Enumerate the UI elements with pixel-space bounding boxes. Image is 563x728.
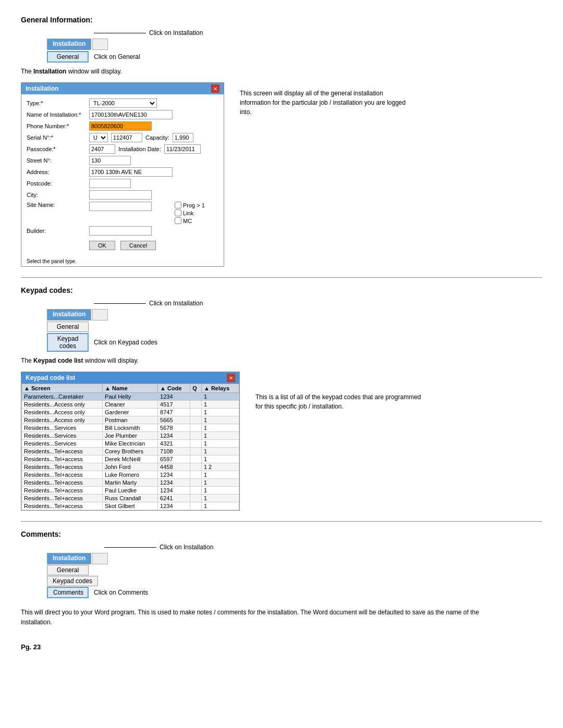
keypad-dialog-titlebar: Keypad code list ✕ bbox=[21, 372, 239, 384]
nav-tab-cm-installation[interactable]: Installation bbox=[47, 553, 91, 564]
table-row: Residents...Tel+accessRuss Crandall62411 bbox=[22, 495, 239, 502]
nav-tab-cm-general[interactable]: General bbox=[47, 565, 89, 575]
keypad-bold: Keypad code list bbox=[33, 357, 83, 364]
table-row: Residents...Access onlyPostman56651 bbox=[22, 416, 239, 424]
cb-prog-label: Prog > 1 bbox=[183, 202, 205, 208]
nav-tab-cm-keypad[interactable]: Keypad codes bbox=[47, 576, 98, 586]
cb-link[interactable] bbox=[175, 209, 181, 216]
keypad-table: ▲ Screen ▲ Name ▲ Code Q ▲ Relays Parame… bbox=[21, 384, 239, 510]
input-phone[interactable] bbox=[89, 121, 152, 131]
input-address[interactable] bbox=[89, 167, 173, 177]
input-serial-country[interactable]: US bbox=[89, 133, 108, 142]
nav-tab-kp-general[interactable]: General bbox=[47, 322, 89, 332]
dialog-body: Type:* TL-2000 Name of Installation:* Ph… bbox=[21, 94, 224, 258]
input-street[interactable] bbox=[89, 156, 131, 165]
label-postcode: Postcode: bbox=[27, 180, 89, 187]
input-type[interactable]: TL-2000 bbox=[89, 98, 157, 108]
table-row: Residents...Tel+accessPaul Luedke12341 bbox=[22, 487, 239, 495]
keypad-codes-title: Keypad codes: bbox=[21, 286, 542, 294]
label-builder: Builder: bbox=[27, 228, 89, 234]
keypad-side-text: This is a list of all of the keypad code… bbox=[255, 372, 422, 411]
dialog-titlebar: Installation ✕ bbox=[21, 83, 224, 94]
form-row-passcode: Passcode:* Installation Date: bbox=[27, 144, 218, 154]
table-row: Residents...Tel+accessJohn Ford44581 2 bbox=[22, 463, 239, 471]
nav-tab-kp-keypad[interactable]: Keypad codes bbox=[47, 333, 89, 352]
table-row: Residents...ServicesJoe Plumber12341 bbox=[22, 432, 239, 440]
input-site[interactable] bbox=[89, 202, 152, 211]
col-screen: ▲ Screen bbox=[22, 384, 103, 393]
cb-mc[interactable] bbox=[175, 217, 181, 224]
btn-ok[interactable]: OK bbox=[89, 241, 115, 250]
input-serial[interactable] bbox=[111, 133, 142, 142]
cb-prog[interactable] bbox=[175, 202, 181, 208]
table-row: Parameters...CaretakerPaul Helty12341 bbox=[22, 393, 239, 401]
annotation-text-cm: Click on Comments bbox=[94, 589, 148, 596]
label-street: Street N°: bbox=[27, 157, 89, 164]
nav-tab-kp-installation[interactable]: Installation bbox=[47, 309, 91, 320]
table-row: Residents...Tel+accessSkot Gilbert12341 bbox=[22, 502, 239, 510]
form-row-serial: Serial N°:* US Capacity: bbox=[27, 133, 218, 142]
table-row: Residents...Access onlyGardener87471 bbox=[22, 409, 239, 416]
passcode-inline: Installation Date: bbox=[89, 144, 218, 154]
form-row-postcode: Postcode: bbox=[27, 179, 218, 188]
input-install-date[interactable] bbox=[164, 144, 201, 154]
annotation-text-install1: Click on Installation bbox=[149, 29, 203, 36]
keypad-close-button[interactable]: ✕ bbox=[227, 374, 235, 382]
general-left: The Installation window will display. In… bbox=[21, 68, 224, 267]
form-row-type: Type:* TL-2000 bbox=[27, 98, 218, 108]
annotation-text-kp: Click on Keypad codes bbox=[94, 339, 157, 346]
comments-bottom-text: This will direct you to your Word progra… bbox=[21, 608, 490, 627]
keypad-list-dialog: Keypad code list ✕ ▲ Screen ▲ Name ▲ Cod… bbox=[21, 372, 240, 511]
btn-cancel[interactable]: Cancel bbox=[120, 241, 156, 250]
input-builder[interactable] bbox=[89, 226, 152, 236]
table-row: Residents...ServicesBill Locksmith56781 bbox=[22, 424, 239, 432]
cb-mc-label: MC bbox=[183, 218, 192, 224]
label-phone: Phone Number:* bbox=[27, 123, 89, 129]
form-row-site: Site Name: Prog > 1 Link bbox=[27, 202, 218, 224]
form-row-phone: Phone Number:* bbox=[27, 121, 218, 131]
annotation-text-kp-install: Click on Installation bbox=[149, 300, 203, 307]
keypad-table-wrapper[interactable]: ▲ Screen ▲ Name ▲ Code Q ▲ Relays Parame… bbox=[21, 384, 239, 510]
input-passcode[interactable] bbox=[89, 144, 115, 154]
label-serial: Serial N°:* bbox=[27, 134, 89, 141]
table-row: Residents...Access onlyCleaner45171 bbox=[22, 401, 239, 409]
col-code: ▲ Code bbox=[158, 384, 190, 393]
nav-tab-general[interactable]: General bbox=[47, 51, 89, 63]
divider-2 bbox=[21, 521, 542, 522]
comments-title: Comments: bbox=[21, 530, 542, 538]
general-intro-text: The Installation window will display. bbox=[21, 68, 224, 75]
annotation-text-general: Click on General bbox=[94, 53, 140, 60]
keypad-header-row: ▲ Screen ▲ Name ▲ Code Q ▲ Relays bbox=[22, 384, 239, 393]
annotation-line1 bbox=[94, 33, 146, 33]
table-row: Residents...Tel+accessLuke Romero12341 bbox=[22, 471, 239, 479]
input-capacity[interactable] bbox=[173, 133, 193, 142]
table-row: Residents...Tel+accessDerek McNeill65971 bbox=[22, 455, 239, 463]
checkbox-link: Link bbox=[175, 209, 205, 216]
nav-tab-installation[interactable]: Installation bbox=[47, 39, 91, 50]
annotation-line-kp1 bbox=[94, 303, 146, 304]
input-postcode[interactable] bbox=[89, 179, 131, 188]
table-row: Residents...Tel+accessCorey Brothers7108… bbox=[22, 448, 239, 455]
label-address: Address: bbox=[27, 169, 89, 175]
col-relays: ▲ Relays bbox=[201, 384, 239, 393]
keypad-left: Keypad code list ✕ ▲ Screen ▲ Name ▲ Cod… bbox=[21, 372, 240, 511]
keypad-dialog-title: Keypad code list bbox=[26, 374, 75, 381]
label-site: Site Name: bbox=[27, 202, 89, 208]
installation-dialog: Installation ✕ Type:* TL-2000 Name of In… bbox=[21, 82, 224, 267]
form-row-city: City: bbox=[27, 190, 218, 200]
col-q: Q bbox=[190, 384, 202, 393]
label-passcode: Passcode:* bbox=[27, 146, 89, 152]
keypad-table-body: Parameters...CaretakerPaul Helty12341Res… bbox=[22, 393, 239, 510]
dialog-title: Installation bbox=[26, 85, 58, 92]
annotation-text-cm-install: Click on Installation bbox=[160, 544, 213, 551]
checkbox-prog: Prog > 1 bbox=[175, 202, 205, 208]
input-name[interactable] bbox=[89, 110, 173, 119]
label-inst-date: Installation Date: bbox=[118, 146, 161, 152]
label-capacity: Capacity: bbox=[145, 134, 169, 141]
nav-tab-cm-comments[interactable]: Comments bbox=[47, 587, 89, 598]
checkbox-group: Prog > 1 Link MC bbox=[175, 202, 205, 224]
dialog-close-button[interactable]: ✕ bbox=[211, 84, 219, 93]
site-row: Prog > 1 Link MC bbox=[89, 202, 205, 224]
table-row: Residents...Tel+accessMartin Marty12341 bbox=[22, 479, 239, 487]
input-city[interactable] bbox=[89, 190, 152, 200]
